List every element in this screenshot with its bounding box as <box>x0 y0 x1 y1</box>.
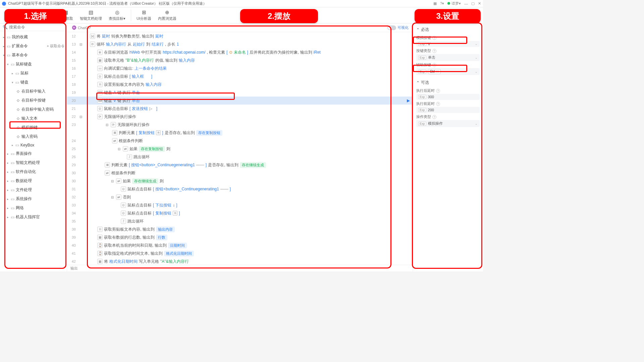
uianalyzer-button[interactable]: ⊞UI分析器 <box>133 9 155 22</box>
properties-panel: ⌃必选 模拟按键? ExpV⌄ 按键类型? Exp单击⌄ 辅助按键? ExpCt… <box>413 23 483 272</box>
tree-inputtext[interactable]: 输入文本 <box>0 114 67 123</box>
folder-icon: ▭ <box>11 206 14 210</box>
tree-smartdoc[interactable]: ▸▭智能文档处理 <box>0 158 67 167</box>
tree-dataproc[interactable]: ▸▭数据处理 <box>0 176 67 185</box>
code-row[interactable]: 42▦将 格式化日期时间 写入单元格 "A"&输入内容行 <box>67 257 413 265</box>
tree-basic[interactable]: ▾▭基本命令 <box>0 51 67 60</box>
output-bar[interactable]: 输出 <box>67 265 413 272</box>
code-row[interactable]: 15▦读取单元格 "B"&输入内容行 的值, 输出到 输入内容 <box>67 56 413 64</box>
vis-toggle[interactable] <box>387 25 396 30</box>
search-row: 🔍 <box>0 23 67 31</box>
add-command-link[interactable]: + 获取命令 <box>47 44 65 49</box>
tree-targetinput[interactable]: 在目标中输入 <box>0 87 67 96</box>
prop-delaybefore-field[interactable]: Exp200 <box>416 107 480 113</box>
play-icon[interactable]: ▶ <box>407 98 410 103</box>
code-row[interactable]: 41⌚获取指定格式的时间文本, 输出到 格式化日期时间 <box>67 249 413 257</box>
code-row[interactable]: 14⊕在目标浏览器 hWeb 中打开页面 https://chat.openai… <box>67 48 413 56</box>
folder-icon: ▭ <box>11 161 14 165</box>
window-title: ChatGPT超级写手单个提示词版RPA机器人2023年10月30日 - 流程创… <box>8 1 207 6</box>
code-row[interactable]: 29〓判断元素 [ 按钮<button>_Continuegenerating1… <box>67 161 413 169</box>
folder-icon: ▭ <box>15 80 19 85</box>
copy-icon: ⎘ <box>156 130 161 135</box>
optional-heading[interactable]: ⌃可选 <box>416 78 480 87</box>
tree-simkey[interactable]: 模拟按键 <box>0 123 67 132</box>
help-icon[interactable]: ?▾ <box>440 1 444 6</box>
code-row[interactable]: 12|x|将 延时 转换为整数类型, 输出到 延时 <box>67 32 413 40</box>
tree-botcmd[interactable]: ▸▭机器人指挥官 <box>0 213 67 222</box>
grid-icon[interactable]: ▦ <box>433 1 437 6</box>
code-row[interactable]: 35⤴跳出循环 <box>67 217 413 225</box>
tree-fileproc[interactable]: ▸▭文件处理 <box>0 185 67 194</box>
code-row[interactable]: 〓判断元素 [ 复制按钮 ⎘ ] 是否存在, 输出到 存在复制按钮 <box>67 129 413 137</box>
code-row[interactable]: 13⊟⟳循环 输入内容行 从 起始行 到 结束行 , 步长 1 <box>67 40 413 48</box>
tree-inputpwd[interactable]: 输入密码 <box>0 132 67 141</box>
command-sidebar: 🔍 ▸▭我的收藏 ▸▭扩展命令+ 获取命令 ▾▭基本命令 ▾▭鼠标键盘 ▸▭鼠标… <box>0 23 67 272</box>
user-indicator[interactable]: 谭梦▾ <box>447 1 461 6</box>
folder-icon: ▭ <box>11 188 14 192</box>
browser-button[interactable]: ⊕内置浏览器 <box>155 9 180 22</box>
tree-sysop[interactable]: ▸▭系统操作 <box>0 194 67 203</box>
code-row[interactable]: 18⎘设置剪贴板文本内容为 输入内容 <box>67 80 413 88</box>
prop-keytype-field[interactable]: Exp单击⌄ <box>416 54 480 61</box>
tree-ext[interactable]: ▸▭扩展命令+ 获取命令 <box>0 42 67 51</box>
float-label-1: 1.选择 <box>4 9 66 23</box>
findtarget-button[interactable]: ◎查找目标▾ <box>105 9 129 22</box>
help-icon[interactable]: ? <box>436 102 440 106</box>
code-row[interactable]: 38⎘获取剪贴板文本内容, 输出到 输出内容 <box>67 225 413 233</box>
code-row[interactable]: 39▦获取有数据的行总数, 输出到 行数 <box>67 233 413 241</box>
code-row[interactable]: 22⊟⟳无限循环执行操作 <box>67 113 413 121</box>
help-icon[interactable]: ? <box>432 115 436 119</box>
prop-optype-field[interactable]: Exp模拟操作⌄ <box>416 120 480 127</box>
remove-chip-icon[interactable]: ✕ <box>436 70 439 73</box>
smartext-button[interactable]: ▤智能文档处理 <box>76 9 105 22</box>
tree-mouse[interactable]: ▸▭鼠标 <box>0 69 67 78</box>
code-row[interactable]: 16▭向调试窗口输出: 上一条命令的结果 <box>67 64 413 72</box>
prop-optype-label: 操作类型? <box>416 113 480 120</box>
code-row[interactable]: 34⊙鼠标点击目标 [ 复制按钮 ⎘ ] <box>67 209 413 217</box>
tree-swauto[interactable]: ▸▭软件自动化 <box>0 167 67 176</box>
code-row[interactable]: 31⊙鼠标点击目标 [ 按钮<button>_Continuegeneratin… <box>67 185 413 193</box>
tree-keybox[interactable]: ▸▭KeyBox <box>0 141 67 149</box>
titlebar: ChatGPT超级写手单个提示词版RPA机器人2023年10月30日 - 流程创… <box>0 0 483 7</box>
chevron-down-icon[interactable]: ⌄ <box>475 42 478 46</box>
help-icon[interactable]: ? <box>436 89 440 93</box>
help-icon[interactable]: ? <box>432 36 436 40</box>
code-row[interactable]: 23⊟⟳无限循环执行操作 <box>67 121 413 129</box>
code-row[interactable]: 26⤴跳出循环 <box>67 153 413 161</box>
folder-icon: ▭ <box>11 62 14 67</box>
code-row[interactable]: 32⊟⇄否则 <box>67 193 413 201</box>
ctrl-chip[interactable]: Ctrl✕ <box>428 69 441 74</box>
search-input[interactable] <box>9 25 64 29</box>
tree-fav[interactable]: ▸▭我的收藏 <box>0 33 67 42</box>
chevron-down-icon[interactable]: ⌄ <box>475 56 478 59</box>
code-row-selected[interactable]: 20⌨键盘 V 键 执行 单击▶ <box>67 97 413 105</box>
close-icon[interactable]: ✕ <box>478 1 481 6</box>
prop-simkey-field[interactable]: ExpV⌄ <box>416 41 480 47</box>
tree-uiop[interactable]: ▸▭界面操作 <box>0 149 67 158</box>
code-row[interactable]: 40⌚获取本机当前的时间和日期, 输出到 日期时间 <box>67 241 413 249</box>
code-row[interactable]: 33⊙鼠标点击目标 [ 下拉按钮 ↓ ] <box>67 201 413 209</box>
tab-label[interactable]: ChatGP <box>78 26 91 30</box>
required-heading[interactable]: ⌃必选 <box>416 25 480 34</box>
help-icon[interactable]: ? <box>432 63 436 67</box>
maximize-icon[interactable]: ▢ <box>471 1 475 6</box>
code-row[interactable]: 24⇄根据条件判断 <box>67 137 413 145</box>
prop-delayafter-field[interactable]: Exp300 <box>416 94 480 100</box>
tree-targetpwd[interactable]: 在目标中输入密码 <box>0 105 67 114</box>
help-icon[interactable]: ? <box>432 49 436 53</box>
chevron-down-icon[interactable]: ⌄ <box>475 70 478 73</box>
chevron-down-icon[interactable]: ⌄ <box>475 122 478 125</box>
code-row[interactable]: 25⊟⇄如果 存在复制按钮 则 <box>67 145 413 153</box>
code-row[interactable]: 21⊙鼠标点击目标 [ 发送按钮 ▷ ] <box>67 105 413 113</box>
code-row[interactable]: 17⊙鼠标点击目标 [ 输入框 ] <box>67 72 413 80</box>
tree-network[interactable]: ▸▭网络 <box>0 203 67 213</box>
minimize-icon[interactable]: — <box>464 2 468 6</box>
code-row[interactable]: 19⌨键盘 A 键 执行 单击 <box>67 88 413 97</box>
tree-keyboard[interactable]: ▾▭键盘 <box>0 78 67 87</box>
tree-mousekb[interactable]: ▾▭鼠标键盘 <box>0 60 67 69</box>
code-row[interactable]: 30⊟⇄如果 存在继续生成 则 <box>67 177 413 185</box>
prop-auxkey-field[interactable]: ExpCtrl✕⌄ <box>416 68 480 75</box>
code-row[interactable]: 30⇄根据条件判断 <box>67 169 413 177</box>
code-area[interactable]: 12|x|将 延时 转换为整数类型, 输出到 延时 13⊟⟳循环 输入内容行 从… <box>67 32 413 265</box>
tree-targetkey[interactable]: 在目标中按键 <box>0 96 67 105</box>
